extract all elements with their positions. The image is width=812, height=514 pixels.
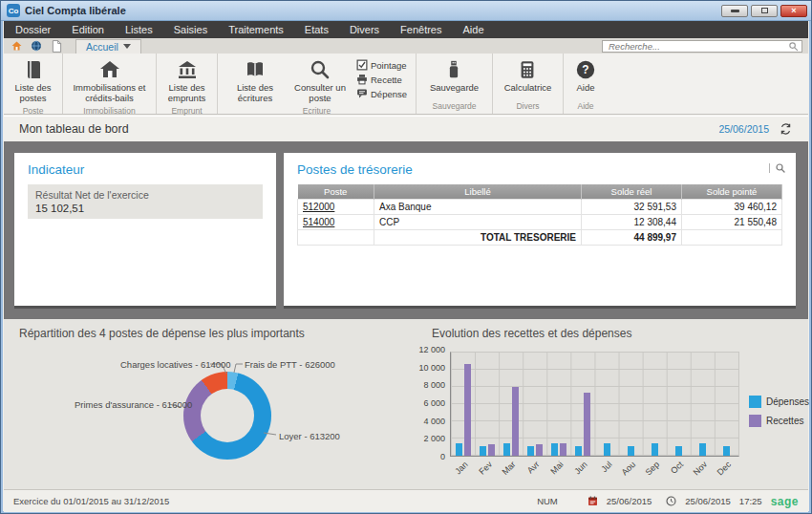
x-tick-label: Mai <box>549 460 566 476</box>
indicateur-box[interactable]: Résultat Net de l'exercice 15 102,51 <box>28 184 263 219</box>
col-header-poste[interactable]: Poste <box>298 184 374 200</box>
menu-listes[interactable]: Listes <box>125 24 153 35</box>
home-icon[interactable] <box>10 40 23 53</box>
bar-dépenses-mai <box>551 443 558 456</box>
checkbox-icon <box>356 59 368 71</box>
maximize-button[interactable] <box>751 5 778 17</box>
ribbon-group-sauvegarde: Sauvegarde Sauvegarde <box>417 54 493 114</box>
table-total-row: TOTAL TRESORERIE 44 899,97 <box>298 230 782 246</box>
indicateur-panel: Indicateur Résultat Net de l'exercice 15… <box>14 153 276 306</box>
menu-divers[interactable]: Divers <box>350 24 379 35</box>
indicateur-value: 15 102,51 <box>35 203 255 214</box>
table-row: 512000 Axa Banque 32 591,53 39 460,12 <box>298 200 782 215</box>
speech-bubble-icon <box>356 88 368 99</box>
refresh-icon[interactable] <box>779 122 793 136</box>
title-bar: Co Ciel Compta libérale × <box>1 1 811 21</box>
bar-recettes-jun <box>584 393 590 456</box>
bar-dépenses-avr <box>527 446 534 456</box>
aide-button[interactable]: ? Aide <box>575 55 596 94</box>
app-window: Co Ciel Compta libérale × Dossier Editio… <box>0 0 812 514</box>
calendar-icon <box>588 496 598 506</box>
bar-dépenses-sep <box>652 443 658 456</box>
legend-swatch-recettes <box>749 415 761 427</box>
ribbon-toolbar: Liste des postes Poste Immobilisations e… <box>4 54 808 115</box>
depense-button[interactable]: Dépense <box>356 88 407 99</box>
globe-icon[interactable] <box>30 40 43 53</box>
magnifier-icon <box>309 57 331 82</box>
legend-swatch-depenses <box>749 396 761 408</box>
close-button[interactable]: × <box>780 5 807 17</box>
col-header-solde-reel[interactable]: Solde réel <box>582 184 682 200</box>
recette-button[interactable]: Recette <box>356 74 407 85</box>
cell-solde-reel: 12 308,44 <box>582 215 682 230</box>
ribbon-group-emprunt: Liste des emprunts Emprunt <box>157 54 218 114</box>
x-tick-label: Dec <box>716 460 733 477</box>
calculator-icon <box>517 57 538 82</box>
bar-dépenses-nov <box>699 443 706 456</box>
x-tick-label: Jul <box>599 460 613 474</box>
svg-text:?: ? <box>582 63 588 76</box>
tresorerie-panel: Postes de trésorerie Poste Libellé Solde… <box>284 153 796 306</box>
tab-accueil-label: Accueil <box>86 41 118 53</box>
book-icon <box>22 57 45 82</box>
liste-des-postes-button[interactable]: Liste des postes <box>8 55 58 104</box>
tresorerie-title: Postes de trésorerie <box>297 162 782 177</box>
y-tick-label: 8 000 <box>423 381 445 390</box>
menu-aide[interactable]: Aide <box>463 24 484 35</box>
search-input[interactable] <box>609 41 788 52</box>
new-document-icon[interactable] <box>50 40 63 53</box>
menu-dossier[interactable]: Dossier <box>15 24 51 35</box>
y-tick-label: 12 000 <box>418 346 445 354</box>
search-box <box>602 40 802 53</box>
x-tick-label: Sep <box>644 460 661 477</box>
ribbon-group-aide: ? Aide Aide <box>564 54 608 114</box>
bar-group-oct: Oct <box>667 353 691 456</box>
bar-group-sep: Sep <box>643 353 667 456</box>
zoom-panel-icon[interactable] <box>775 162 786 174</box>
bar-group-mai: Mai <box>546 353 570 456</box>
sauvegarde-button[interactable]: Sauvegarde <box>430 55 479 94</box>
bar-dépenses-fev <box>480 446 486 456</box>
printer-icon <box>356 74 368 85</box>
liste-des-ecritures-button[interactable]: Liste des écritures <box>226 55 284 104</box>
x-tick-label: Oct <box>669 460 685 476</box>
poste-link-512000[interactable]: 512000 <box>303 202 334 212</box>
consulter-un-poste-button[interactable]: Consulter un poste <box>286 55 354 104</box>
chevron-down-icon <box>123 44 131 49</box>
col-header-libelle[interactable]: Libellé <box>374 184 582 200</box>
menu-edition[interactable]: Edition <box>72 24 104 35</box>
col-header-solde-pointe[interactable]: Solde pointé <box>682 184 782 200</box>
menu-saisies[interactable]: Saisies <box>174 24 207 35</box>
bar-group-jan: Jan <box>451 353 475 456</box>
bar-group-fev: Fev <box>475 353 499 456</box>
bar-chart-title: Evolution des recettes et des dépenses <box>432 327 631 340</box>
calculatrice-button[interactable]: Calculatrice <box>504 55 552 94</box>
donut-chart-title: Répartition des 4 postes de dépense les … <box>19 327 305 340</box>
bar-group-jul: Jul <box>594 353 618 456</box>
pointage-button[interactable]: Pointage <box>356 59 407 71</box>
minimize-button[interactable] <box>721 5 748 17</box>
menu-etats[interactable]: Etats <box>305 24 329 35</box>
file-date: 25/06/2015 <box>607 496 652 506</box>
tab-accueil[interactable]: Accueil <box>75 39 141 54</box>
group-label-aide: Aide <box>567 99 604 114</box>
bar-group-avr: Avr <box>523 353 546 456</box>
y-tick-label: 6 000 <box>423 399 445 408</box>
table-row: 514000 CCP 12 308,44 21 550,48 <box>298 215 782 230</box>
donut-label-charges-locatives: Charges locatives - 614000 <box>120 359 231 370</box>
poste-link-514000[interactable]: 514000 <box>303 217 334 227</box>
menu-bar: Dossier Edition Listes Saisies Traitemen… <box>4 21 808 38</box>
bar-dépenses-dec <box>723 446 730 456</box>
legend-item-recettes: Recettes <box>749 415 809 427</box>
system-time: 17:25 <box>739 496 762 506</box>
dashboard-charts-section: Répartition des 4 postes de dépense les … <box>4 319 808 489</box>
donut-label-primes-assurance: Primes d'assurance - 616000 <box>75 399 192 410</box>
ribbon-group-poste: Liste des postes Poste <box>4 54 63 114</box>
liste-des-emprunts-button[interactable]: Liste des emprunts <box>160 55 213 104</box>
search-icon[interactable] <box>788 41 799 52</box>
menu-traitements[interactable]: Traitements <box>228 24 284 35</box>
usb-drive-icon <box>443 57 464 82</box>
bar-chart-plot: JanFevMarAvrMaiJunJulAouSepOctNovDec <box>450 352 739 457</box>
menu-fenetres[interactable]: Fenêtres <box>400 24 441 35</box>
immobilisations-button[interactable]: Immobilisations et crédits-bails <box>67 55 152 104</box>
